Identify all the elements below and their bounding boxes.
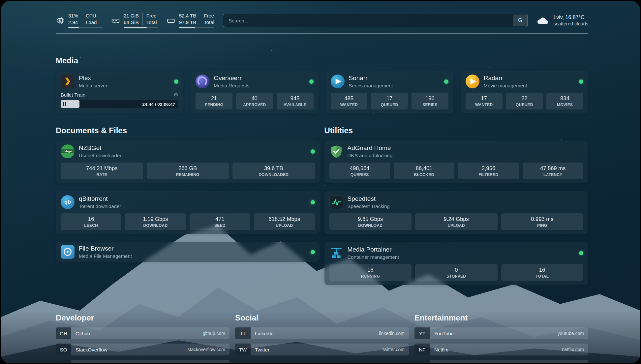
card-nzbget[interactable]: nzbget NZBGet Usenet downloader 744.21 M… bbox=[56, 140, 320, 183]
stat-value: 40 bbox=[237, 95, 272, 102]
card-overseerr[interactable]: Overseerr Media Requests 21 PENDING 40 A… bbox=[191, 71, 318, 113]
stat-box: 266 GB REMAINING bbox=[147, 163, 229, 179]
stat-label: LATENCY bbox=[524, 172, 582, 177]
stat-value: 16 bbox=[62, 216, 120, 222]
card-sonarr[interactable]: Sonarr Series management 485 WANTED 17 Q… bbox=[326, 71, 453, 113]
memory-progress-bar bbox=[124, 27, 158, 28]
cpu-label: CPU bbox=[86, 13, 97, 19]
stat-value: 498,564 bbox=[331, 165, 389, 171]
stat-box: 834 MOVIES bbox=[546, 93, 583, 109]
overseerr-icon bbox=[196, 75, 209, 88]
memory-total-label: Total bbox=[146, 19, 157, 26]
nzbget-icon: nzbget bbox=[61, 144, 75, 158]
stat-value: 39.6 TB bbox=[234, 165, 314, 171]
stats-row: 16 LEECH 1.19 Gbps DOWNLOAD 471 SEED 618… bbox=[61, 213, 315, 230]
disk-total-value: 97.9 TB bbox=[179, 19, 196, 26]
disk-progress-bar bbox=[179, 27, 214, 28]
app-name: AdGuard Home bbox=[348, 144, 393, 152]
stat-label: STOPPED bbox=[416, 274, 496, 279]
stat-value: 17 bbox=[372, 95, 407, 102]
stat-label: APPROVED bbox=[237, 103, 272, 107]
app-desc: Speedtest Tracking bbox=[348, 203, 390, 209]
bookmark-linkedin[interactable]: LI LinkedIn linkedin.com bbox=[235, 327, 409, 339]
card-plex[interactable]: Plex Media server Bullet Train ⚙ 24:44 bbox=[56, 71, 183, 113]
stat-label: QUEUED bbox=[372, 103, 407, 107]
bookmark-abbr: YT bbox=[414, 327, 430, 339]
bookmark-abbr: GH bbox=[56, 327, 71, 339]
weather-location: Lviv, 16.87°C bbox=[553, 15, 588, 20]
stat-box: 0 STOPPED bbox=[415, 264, 498, 281]
stat-label: SERIES bbox=[413, 103, 447, 107]
search-input[interactable] bbox=[223, 14, 528, 27]
stat-value: 471 bbox=[191, 216, 249, 222]
cloud-icon bbox=[536, 16, 549, 25]
app-desc: Media File Management bbox=[79, 253, 132, 259]
stat-label: LEECH bbox=[62, 223, 120, 228]
bookmark-github[interactable]: GH Github github.com bbox=[56, 327, 229, 339]
speedtest-icon bbox=[329, 195, 343, 209]
cpu-load-value: 2.94 bbox=[68, 19, 78, 26]
card-portainer[interactable]: Media Portainer Container management 16 … bbox=[324, 242, 589, 285]
cpu-progress-bar bbox=[68, 27, 103, 28]
bookmark-list-developer: GH Github github.com SO StackOverflow st… bbox=[56, 327, 229, 363]
stat-label: SEED bbox=[191, 223, 249, 228]
bookmark-name: Twitter bbox=[251, 347, 269, 352]
stat-label: PING bbox=[503, 223, 582, 228]
stat-value: 485 bbox=[332, 95, 366, 102]
gear-icon[interactable]: ⚙ bbox=[173, 92, 178, 98]
stats-row: 21 PENDING 40 APPROVED 945 AVAILABLE bbox=[196, 93, 313, 109]
sonarr-icon bbox=[331, 75, 345, 88]
stats-row: 485 WANTED 17 QUEUED 196 SERIES bbox=[331, 93, 448, 109]
section-title-media: Media bbox=[56, 56, 588, 65]
snow-specks bbox=[1, 1, 2, 2]
pause-icon bbox=[63, 102, 64, 106]
bookmark-dev[interactable]: DT DEV dev.to bbox=[56, 360, 229, 363]
stats-row: 16 RUNNING 0 STOPPED 16 TOTAL bbox=[329, 264, 584, 281]
stat-box: 16 RUNNING bbox=[329, 264, 412, 281]
card-qbittorrent[interactable]: qb qBittorrent Torrent downloader 16 LEE… bbox=[56, 191, 320, 234]
status-dot bbox=[444, 79, 448, 84]
stat-value: 266 GB bbox=[148, 165, 228, 171]
bookmark-stackoverflow[interactable]: SO StackOverflow stackoverflow.com bbox=[56, 344, 229, 355]
stat-label: TOTAL bbox=[503, 274, 582, 279]
search-provider-button[interactable]: G bbox=[513, 15, 527, 26]
bookmark-group-developer: Developer GH Github github.com SO StackO… bbox=[56, 313, 229, 363]
bookmark-youtube[interactable]: YT YouTube youtube.com bbox=[414, 327, 588, 339]
stat-box: 17 WANTED bbox=[466, 93, 503, 109]
stat-box: 40 APPROVED bbox=[236, 93, 273, 109]
app-name: qBittorrent bbox=[79, 195, 121, 202]
card-adguard[interactable]: AdGuard Home DNS and adblocking 498,564 … bbox=[324, 140, 589, 183]
stat-box: 1.19 Gbps DOWNLOAD bbox=[125, 213, 186, 230]
bookmark-url: netflix.com bbox=[562, 347, 588, 352]
bookmark-name: Github bbox=[71, 331, 90, 336]
stat-label: PENDING bbox=[197, 103, 231, 107]
stat-value: 21 bbox=[197, 95, 231, 102]
card-radarr[interactable]: Radarr Movie management 17 WANTED 22 QUE… bbox=[461, 71, 588, 113]
bookmark-twitter[interactable]: TW Twitter twitter.com bbox=[235, 344, 409, 355]
bookmark-group-social: Social LI LinkedIn linkedin.com TW Twitt… bbox=[235, 313, 409, 363]
stat-box: 945 AVAILABLE bbox=[277, 93, 314, 109]
section-title-documents: Documents & Files bbox=[56, 126, 320, 135]
playback-progress-bar[interactable]: 24:44 / 02:06:47 bbox=[61, 100, 178, 108]
stat-value: 0 bbox=[416, 267, 496, 273]
stat-box: 22 QUEUED bbox=[506, 93, 543, 109]
app-name: Media Portainer bbox=[348, 246, 399, 253]
memory-free-value: 21 GiB bbox=[124, 13, 139, 19]
card-filebrowser[interactable]: File Browser Media File Management bbox=[56, 242, 320, 262]
app-desc: Usenet downloader bbox=[79, 153, 121, 158]
card-speedtest[interactable]: Speedtest Speedtest Tracking 9.65 Gbps D… bbox=[324, 191, 589, 234]
bookmark-abbr: NF bbox=[414, 344, 430, 355]
bookmark-abbr: LI bbox=[235, 327, 251, 339]
stat-label: QUERIES bbox=[331, 172, 389, 177]
plex-now-playing: Bullet Train ⚙ 24:44 / 02:06:47 bbox=[61, 92, 178, 108]
stat-value: 9.65 Gbps bbox=[331, 216, 411, 222]
bookmark-reddit[interactable]: RE Reddit reddit.com bbox=[414, 360, 588, 363]
bookmark-name: YouTube bbox=[430, 331, 454, 336]
app-name: Plex bbox=[79, 75, 107, 82]
app-name: Overseerr bbox=[214, 75, 249, 82]
bookmark-netflix[interactable]: NF Netflix netflix.com bbox=[414, 344, 588, 355]
app-desc: Movie management bbox=[484, 83, 527, 88]
playback-progress-fill bbox=[61, 100, 79, 108]
bookmark-name: LinkedIn bbox=[251, 331, 274, 336]
stat-box: 16 TOTAL bbox=[501, 264, 584, 281]
